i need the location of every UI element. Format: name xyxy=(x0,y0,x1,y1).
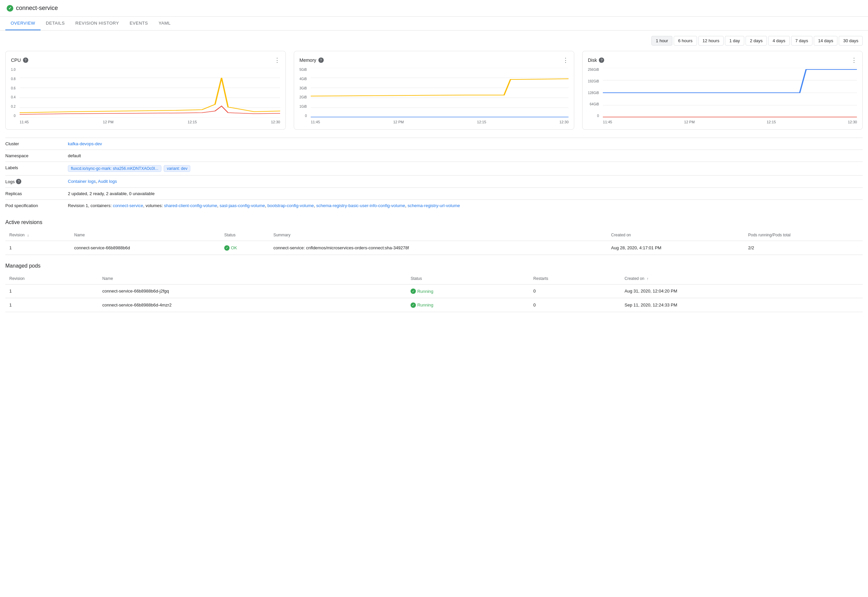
label-chip-0: fluxcd.io/sync-gc-mark: sha256.mKDNTXAOc… xyxy=(68,165,161,172)
tab-revision-history[interactable]: REVISION HISTORY xyxy=(70,16,124,30)
mem-x-label-3: 12:30 xyxy=(559,120,569,124)
ar-summary: connect-service: cnfldemos/microservices… xyxy=(269,241,607,255)
time-btn-4days[interactable]: 4 days xyxy=(768,36,789,46)
cluster-value[interactable]: kafka-devops-dev xyxy=(68,141,102,146)
disk-y-label-2: 128GiB xyxy=(588,91,599,95)
mem-y-label-4: 1GiB xyxy=(299,105,307,108)
active-revisions-section: Active revisions Revision ↓ Name Status … xyxy=(5,220,863,255)
tab-details[interactable]: DETAILS xyxy=(40,16,70,30)
logs-help-icon[interactable]: ? xyxy=(16,179,21,184)
time-btn-1day[interactable]: 1 day xyxy=(725,36,744,46)
header: connect-service xyxy=(0,0,868,16)
audit-logs-link[interactable]: Audit logs xyxy=(98,179,117,184)
disk-x-label-1: 12 PM xyxy=(684,120,695,124)
time-btn-12hours[interactable]: 12 hours xyxy=(698,36,724,46)
mem-y-label-2: 3GiB xyxy=(299,86,307,90)
mp-revision-1: 1 xyxy=(5,298,98,312)
cluster-row: Cluster kafka-devops-dev xyxy=(5,138,863,150)
disk-x-label-2: 12:15 xyxy=(767,120,776,124)
cpu-x-label-3: 12:30 xyxy=(271,120,280,124)
sort-icon: ↓ xyxy=(27,233,29,237)
namespace-label: Namespace xyxy=(5,150,65,162)
running-icon-1: ✓ xyxy=(411,303,416,308)
cpu-y-label-2: 0.6 xyxy=(11,86,16,90)
volume-link-4[interactable]: schema-registry-url-volume xyxy=(408,203,460,208)
status-icon xyxy=(7,5,13,12)
time-btn-2days[interactable]: 2 days xyxy=(746,36,767,46)
cpu-x-label-0: 11:45 xyxy=(19,120,29,124)
time-btn-14days[interactable]: 14 days xyxy=(814,36,838,46)
disk-x-label-0: 11:45 xyxy=(603,120,612,124)
pod-spec-value: Revision 1, containers: connect-service,… xyxy=(65,200,863,212)
mp-created-0: Aug 31, 2020, 12:04:20 PM xyxy=(621,284,863,298)
ok-icon: ✓ xyxy=(224,245,229,251)
pod-spec-row: Pod specification Revision 1, containers… xyxy=(5,200,863,212)
ar-col-summary: Summary xyxy=(269,229,607,241)
cluster-label: Cluster xyxy=(5,138,65,150)
memory-chart-title: Memory xyxy=(299,58,316,63)
mem-x-label-1: 12 PM xyxy=(393,120,404,124)
ar-status: ✓ OK xyxy=(220,241,269,255)
replicas-label: Replicas xyxy=(5,188,65,200)
cpu-chart-svg xyxy=(19,68,280,118)
disk-help-icon[interactable]: ? xyxy=(599,58,604,63)
namespace-value: default xyxy=(65,150,863,162)
logs-value: Container logs, Audit logs xyxy=(65,175,863,188)
cpu-help-icon[interactable]: ? xyxy=(23,58,28,63)
mp-name-0: connect-service-66b8988b6d-j2fgq xyxy=(98,284,407,298)
volume-link-2[interactable]: bootstrap-config-volume xyxy=(268,203,314,208)
mem-y-label-5: 0 xyxy=(299,114,307,118)
logs-label: Logs ? xyxy=(5,175,65,187)
labels-value: fluxcd.io/sync-gc-mark: sha256.mKDNTXAOc… xyxy=(65,162,863,175)
mp-col-created: Created on ↑ xyxy=(621,273,863,285)
volume-link-0[interactable]: shared-client-config-volume xyxy=(164,203,217,208)
mp-revision-0: 1 xyxy=(5,284,98,298)
ar-revision: 1 xyxy=(5,241,70,255)
volume-link-3[interactable]: schema-registry-basic-user-info-config-v… xyxy=(316,203,405,208)
time-btn-1hour[interactable]: 1 hour xyxy=(651,36,672,46)
mem-x-label-2: 12:15 xyxy=(477,120,486,124)
volume-link-1[interactable]: sasl-jaas-config-volume xyxy=(220,203,265,208)
disk-y-label-1: 192GiB xyxy=(588,79,599,83)
mp-col-restarts: Restarts xyxy=(529,273,621,285)
disk-y-label-3: 64GiB xyxy=(588,102,599,106)
disk-more-icon[interactable]: ⋮ xyxy=(851,56,857,64)
mem-x-label-0: 11:45 xyxy=(311,120,320,124)
namespace-row: Namespace default xyxy=(5,150,863,162)
memory-chart-card: Memory ? ⋮ 5GiB 4GiB 3GiB 2GiB 1GiB 0 xyxy=(294,51,574,130)
cpu-y-label-4: 0.2 xyxy=(11,105,16,108)
ar-col-status: Status xyxy=(220,229,269,241)
info-table: Cluster kafka-devops-dev Namespace defau… xyxy=(5,138,863,211)
labels-label: Labels xyxy=(5,162,65,175)
memory-help-icon[interactable]: ? xyxy=(319,58,324,63)
tab-yaml[interactable]: YAML xyxy=(153,16,176,30)
managed-pods-section: Managed pods Revision Name Status Restar… xyxy=(5,263,863,312)
managed-pods-title: Managed pods xyxy=(5,263,863,269)
mem-y-label-3: 2GiB xyxy=(299,95,307,99)
time-btn-30days[interactable]: 30 days xyxy=(839,36,863,46)
label-chip-1: variant: dev xyxy=(164,165,190,172)
memory-more-icon[interactable]: ⋮ xyxy=(563,56,569,64)
managed-pods-table: Revision Name Status Restarts Created on… xyxy=(5,273,863,312)
ar-row-0: 1 connect-service-66b8988b6d ✓ OK connec… xyxy=(5,241,863,255)
replicas-row: Replicas 2 updated, 2 ready, 2 available… xyxy=(5,188,863,200)
time-btn-6hours[interactable]: 6 hours xyxy=(674,36,697,46)
ar-col-created: Created on xyxy=(607,229,744,241)
disk-chart-svg xyxy=(603,68,857,118)
running-icon-0: ✓ xyxy=(411,288,416,294)
mp-row-1: 1 connect-service-66b8988b6d-4mzr2 ✓ Run… xyxy=(5,298,863,312)
time-btn-7days[interactable]: 7 days xyxy=(791,36,813,46)
container-link[interactable]: connect-service xyxy=(113,203,143,208)
cpu-y-label-1: 0.8 xyxy=(11,77,16,81)
mp-col-status: Status xyxy=(406,273,529,285)
tab-overview[interactable]: OVERVIEW xyxy=(5,16,40,30)
disk-chart-card: Disk ? ⋮ 256GiB 192GiB 128GiB 64GiB 0 xyxy=(582,51,863,130)
logs-row: Logs ? Container logs, Audit logs xyxy=(5,175,863,188)
active-revisions-table: Revision ↓ Name Status Summary Created o… xyxy=(5,229,863,255)
cpu-more-icon[interactable]: ⋮ xyxy=(274,56,280,64)
container-logs-link[interactable]: Container logs xyxy=(68,179,96,184)
cpu-y-label-5: 0 xyxy=(11,114,16,118)
mp-col-revision: Revision xyxy=(5,273,98,285)
cpu-y-label-3: 0.4 xyxy=(11,95,16,99)
tab-events[interactable]: EVENTS xyxy=(124,16,153,30)
